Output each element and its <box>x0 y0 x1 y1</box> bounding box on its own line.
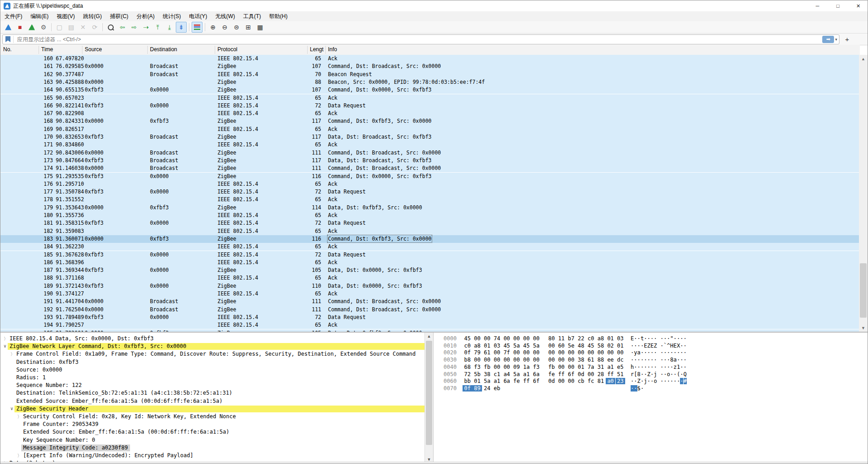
column-header-info[interactable]: Info <box>328 46 337 53</box>
ascii-char[interactable]: · <box>641 378 644 384</box>
hex-byte[interactable]: 00 <box>482 357 492 363</box>
packet-row[interactable]: 17491.1460380x0000BroadcastZigBee111Comm… <box>0 164 860 172</box>
hex-byte[interactable]: 81 <box>596 378 606 384</box>
hex-byte[interactable]: a8 <box>473 343 482 349</box>
column-divider[interactable] <box>215 46 215 54</box>
zoom-out-icon[interactable]: ⊖ <box>219 22 230 33</box>
ascii-char[interactable]: ( <box>677 371 680 377</box>
go-to-bottom-icon[interactable]: ⤓ <box>164 22 175 33</box>
ascii-char[interactable]: · <box>684 349 687 356</box>
ascii-char[interactable]: · <box>651 364 654 370</box>
packet-row[interactable]: 19091.374127IEEE 802.15.465Ack <box>0 290 860 298</box>
ascii-char[interactable]: · <box>660 371 663 377</box>
ascii-char[interactable]: [ <box>634 371 637 377</box>
ascii-char[interactable]: · <box>667 357 670 363</box>
go-back-icon[interactable]: ⇦ <box>117 22 128 33</box>
packet-row[interactable]: 16790.822908IEEE 802.15.465Ack <box>0 110 860 117</box>
ascii-char[interactable]: · <box>664 349 667 356</box>
packet-row[interactable]: 16890.8243310x00000xfbf3ZigBee117Command… <box>0 117 860 125</box>
hex-byte[interactable]: ff <box>521 378 531 384</box>
ascii-char[interactable]: · <box>670 349 673 356</box>
hex-byte[interactable]: 00 <box>521 335 531 342</box>
packet-row[interactable]: 18691.368396IEEE 802.15.465Ack <box>0 259 860 266</box>
hex-byte[interactable]: bb <box>463 378 473 384</box>
column-divider[interactable] <box>307 46 308 54</box>
menu-item-1[interactable]: 编辑(E) <box>26 11 53 22</box>
menu-item-8[interactable]: 无线(W) <box>211 11 239 22</box>
ascii-char[interactable]: · <box>670 378 673 384</box>
go-to-top-icon[interactable]: ⤒ <box>152 22 163 33</box>
hex-byte[interactable]: 45 <box>502 343 512 349</box>
packet-row[interactable]: 18491.362230IEEE 802.15.465Ack <box>0 243 860 251</box>
display-filter-input[interactable] <box>16 36 822 43</box>
maximize-button[interactable]: □ <box>828 0 848 11</box>
ascii-char[interactable]: # <box>684 378 687 384</box>
hex-byte[interactable]: 01 <box>606 335 616 342</box>
hex-byte[interactable]: 68 <box>463 364 473 370</box>
ascii-char[interactable]: · <box>664 357 667 363</box>
ascii-char[interactable]: · <box>651 371 654 377</box>
hex-byte[interactable]: ff <box>606 371 616 377</box>
hex-byte[interactable]: 61 <box>586 357 596 363</box>
expand-icon[interactable]: 〉 <box>4 336 8 342</box>
ascii-char[interactable]: · <box>644 335 647 342</box>
ascii-char[interactable]: · <box>647 357 651 363</box>
hex-byte[interactable]: 00 <box>556 357 566 363</box>
hex-byte[interactable]: 45 <box>521 343 531 349</box>
expand-icon[interactable]: 〉 <box>10 351 15 358</box>
collapse-icon[interactable]: ∨ <box>10 406 13 411</box>
hex-byte[interactable]: fb <box>547 364 557 370</box>
ascii-char[interactable]: · <box>660 335 663 342</box>
detail-line[interactable]: Frame Counter: 29053439 <box>0 420 424 428</box>
hex-byte[interactable]: 00 <box>512 335 522 342</box>
menu-item-4[interactable]: 捕获(C) <box>106 11 133 22</box>
ascii-char[interactable]: E <box>644 343 647 349</box>
ascii-char[interactable]: a <box>674 357 677 363</box>
packet-row[interactable]: 18291.359083IEEE 802.15.465Ack <box>0 227 860 235</box>
detail-line[interactable]: Message Integrity Code: a0230f89 <box>0 444 424 452</box>
collapse-icon[interactable]: ∨ <box>4 343 6 348</box>
hex-byte[interactable]: 00 <box>512 349 522 356</box>
colorize-icon[interactable] <box>192 22 203 33</box>
hex-byte[interactable]: 0d <box>576 371 586 377</box>
hex-byte[interactable]: 09 <box>512 364 522 370</box>
hex-byte[interactable]: 38 <box>482 371 492 377</box>
ascii-char[interactable]: · <box>651 335 654 342</box>
column-header-lengt[interactable]: Lengt <box>310 46 323 53</box>
hex-byte[interactable]: ff <box>556 371 566 377</box>
detail-line[interactable]: Extended Source: Ember_ff:fe:6a:a1:5a (0… <box>0 397 424 405</box>
hex-byte[interactable]: 03 <box>492 343 502 349</box>
packet-row[interactable]: 18991.3721430xfbf30x0000ZigBee110Data, D… <box>0 282 860 290</box>
hex-byte[interactable]: 24 <box>482 385 492 392</box>
packet-row[interactable]: 19191.4417040x0000BroadcastZigBee111Comm… <box>0 298 860 305</box>
hex-byte[interactable]: 02 <box>606 343 616 349</box>
hex-byte[interactable]: 6f <box>566 371 576 377</box>
detail-line[interactable]: 〉Security Control Field: 0x28, Key Id: N… <box>0 413 424 420</box>
hex-byte[interactable]: 00 <box>492 349 502 356</box>
detail-line[interactable]: Radius: 1 <box>0 374 424 382</box>
hex-byte[interactable]: 5a <box>531 343 541 349</box>
hex-byte[interactable]: 00 <box>556 349 566 356</box>
hex-byte[interactable]: 00 <box>566 364 576 370</box>
hex-byte[interactable]: 00 <box>473 335 482 342</box>
menu-item-2[interactable]: 视图(V) <box>53 11 79 22</box>
hex-byte[interactable]: 00 <box>566 349 576 356</box>
ascii-char[interactable]: 1 <box>677 364 680 370</box>
ascii-char[interactable]: · <box>641 349 644 356</box>
ascii-char[interactable]: · <box>680 371 683 377</box>
hex-byte[interactable]: 0f <box>463 349 473 356</box>
hex-byte[interactable]: 00 <box>473 357 482 363</box>
ascii-char[interactable]: · <box>634 343 637 349</box>
packet-row[interactable]: 19491.790257IEEE 802.15.465Ack <box>0 321 860 329</box>
hex-byte[interactable]: f3 <box>473 364 482 370</box>
capture-options-icon[interactable]: ⚙ <box>38 22 49 33</box>
ascii-char[interactable]: E <box>651 343 654 349</box>
ascii-char[interactable]: Z <box>647 371 651 377</box>
hex-byte[interactable]: 6a <box>502 378 512 384</box>
apply-filter-button[interactable]: ➡ <box>822 36 834 43</box>
hex-byte[interactable]: 00 <box>576 349 586 356</box>
ascii-char[interactable]: · <box>667 335 670 342</box>
ascii-char[interactable]: · <box>651 349 654 356</box>
ascii-char[interactable]: t <box>641 335 644 342</box>
packet-detail-pane[interactable]: 〉IEEE 802.15.4 Data, Src: 0x0000, Dst: 0… <box>0 333 424 463</box>
